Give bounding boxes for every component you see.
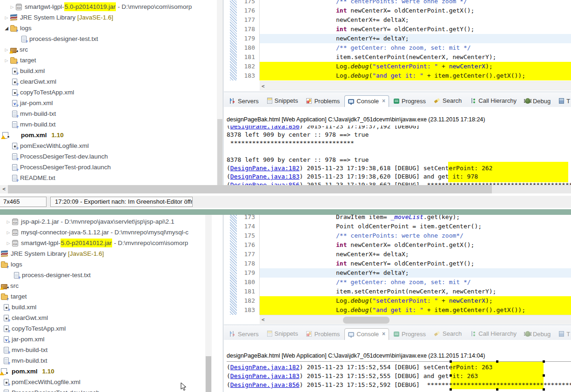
ant-icon — [4, 304, 9, 311]
selection-handle[interactable] — [543, 388, 545, 391]
selection-handle[interactable] — [450, 388, 452, 391]
tab-debug[interactable]: Debug — [521, 95, 554, 107]
collapse-arrow-icon[interactable]: ▷ — [5, 241, 12, 246]
tab-problems[interactable]: Problems — [302, 328, 343, 340]
scroll-left-arrow-icon[interactable]: < — [262, 82, 265, 91]
tree-item[interactable]: ▷smartgwt-lgpl-5.0-p20141012.jar - D:\mv… — [0, 238, 205, 248]
tab-t[interactable]: T — [555, 328, 571, 340]
tab-t[interactable]: T — [555, 95, 571, 107]
editor-horizontal-scrollbar[interactable]: < — [260, 315, 571, 324]
tab-progress[interactable]: Progress — [390, 328, 430, 340]
tree-item[interactable]: logs — [0, 259, 205, 270]
tree-item[interactable]: pom.xml1.10 — [0, 366, 205, 377]
scrollbar-thumb[interactable] — [206, 356, 211, 392]
selection-handle[interactable] — [496, 360, 498, 363]
tree-item[interactable]: ProcessDesigerTest-prod.launch — [0, 162, 215, 173]
tab-progress[interactable]: Progress — [390, 95, 430, 107]
tree-item[interactable]: copyToTestApp.xml — [0, 323, 205, 334]
editor-horizontal-scrollbar[interactable]: < — [260, 81, 571, 91]
tree-item[interactable]: mvn-build-txt — [0, 345, 205, 355]
tab-call-hierarchy[interactable]: Call Hierarchy — [466, 328, 520, 340]
collapse-arrow-icon[interactable]: ▷ — [5, 230, 12, 235]
tree-item[interactable]: ▷mysql-connector-java-5.1.12.jar - D:\mv… — [0, 227, 205, 238]
tree-item[interactable]: pomExecWithLogfile.xml — [0, 377, 205, 387]
selection-handle[interactable] — [450, 374, 452, 377]
text-segment: /** centerPoints: werte ohne zoom */ — [336, 0, 467, 5]
tree-item[interactable]: jar-pom.xml — [0, 334, 205, 345]
tree-item-label: pomExecWithLogfile.xml — [12, 379, 81, 385]
java-editor-top[interactable]: 175/** centerPoints: werte ohne zoom */1… — [224, 0, 571, 91]
tree-item[interactable]: ProcessDesigerTest-dev.launch — [0, 151, 215, 162]
tab-problems[interactable]: Problems — [302, 95, 343, 107]
explorer-vertical-scrollbar[interactable] — [217, 0, 223, 185]
pane-divider[interactable] — [223, 215, 223, 392]
console-link[interactable]: DesignPane.java:183 — [230, 173, 300, 180]
tree-item[interactable]: build.xml — [0, 66, 215, 76]
tab-servers[interactable]: Servers — [226, 328, 262, 340]
console-link[interactable]: DesignPane.java:856 — [230, 381, 300, 388]
tab-call-hierarchy[interactable]: Call Hierarchy — [466, 95, 520, 107]
code-text: item.setCenterPoint(newCenterX, newCente… — [259, 287, 571, 296]
tab-snippets[interactable]: Snippets — [263, 95, 302, 107]
selection-size-readout: 7x465 — [0, 197, 47, 207]
collapse-arrow-icon[interactable]: ▷ — [3, 15, 10, 20]
pane-divider[interactable] — [223, 0, 223, 185]
console-link[interactable]: DesignPane.java:183 — [230, 372, 300, 379]
java-editor-bottom[interactable]: 173DrawItem item= _moveList.get(key);174… — [224, 215, 571, 325]
selection-handle[interactable] — [496, 388, 498, 391]
tab-servers[interactable]: Servers — [226, 95, 262, 107]
text-segment: int — [336, 26, 347, 33]
tree-item-label: mvn-build-txt — [20, 110, 56, 117]
scroll-left-arrow-icon[interactable]: < — [262, 315, 265, 325]
console-link[interactable]: DesignPane.java:182 — [230, 364, 300, 371]
close-icon[interactable]: × — [382, 331, 385, 337]
explorer-vertical-scrollbar[interactable] — [205, 215, 212, 392]
tree-item[interactable]: mvn-build-txt — [0, 108, 215, 119]
tree-item[interactable]: src — [0, 280, 205, 291]
tree-item[interactable]: ▷jsp-api-2.1.jar - D:\mvnrepo\javax\serv… — [0, 216, 205, 227]
tab-console[interactable]: Console× — [344, 95, 389, 107]
tree-item[interactable]: pom.xml1.10 — [0, 130, 215, 140]
expand-arrow-icon[interactable]: ◢ — [3, 26, 10, 31]
code-text: Log.debug("setCenterPoint: " + newCenter… — [259, 296, 571, 306]
scrollbar-thumb[interactable] — [217, 119, 222, 185]
tree-item[interactable]: build.xml — [0, 302, 205, 312]
tree-item[interactable]: target — [0, 291, 205, 302]
tree-item[interactable]: ▷target — [0, 55, 215, 66]
tab-snippets[interactable]: Snippets — [263, 328, 302, 340]
greenshot-horizontal-scrollbar[interactable]: < — [0, 185, 571, 193]
tree-item[interactable]: ▷smartgwt-lgpl-5.0-p20141019.jar - D:\mv… — [0, 1, 215, 12]
console-link[interactable]: DesignPane.java:856 — [230, 181, 300, 185]
tree-item[interactable]: process-designer-test.txt — [0, 33, 215, 44]
tree-item[interactable]: clearGwt.xml — [0, 312, 205, 323]
tab-search[interactable]: Search — [430, 328, 465, 340]
console-link[interactable]: DesignPane.java:856 — [230, 126, 300, 131]
tree-item[interactable]: README.txt — [0, 173, 215, 183]
selection-handle[interactable] — [543, 360, 545, 363]
tree-item[interactable]: ▷JRE System Library [JavaSE-1.6] — [0, 12, 215, 23]
tab-debug[interactable]: Debug — [521, 328, 554, 340]
tree-item[interactable]: ◢logs — [0, 23, 215, 33]
scroll-left-arrow-icon[interactable]: < — [0, 185, 8, 193]
collapse-arrow-icon[interactable]: ▷ — [3, 58, 10, 63]
tab-search[interactable]: Search — [430, 95, 465, 107]
selection-handle[interactable] — [450, 360, 452, 363]
tree-item[interactable]: copyToTestApp.xml — [0, 87, 215, 98]
tree-item[interactable]: process-designer-test.txt — [0, 270, 205, 280]
tab-console[interactable]: Console× — [344, 328, 389, 340]
collapse-arrow-icon[interactable]: ▷ — [5, 219, 12, 224]
tree-item[interactable]: mvn-build.txt — [0, 119, 215, 130]
tree-item[interactable]: clearGwt.xml — [0, 76, 215, 87]
tree-item[interactable]: pomExecWithLogfile.xml — [0, 140, 215, 151]
tree-item[interactable]: JRE System Library [JavaSE-1.6] — [0, 248, 205, 259]
tree-item[interactable]: ▷src — [0, 44, 215, 55]
selection-handle[interactable] — [543, 374, 545, 377]
collapse-arrow-icon[interactable]: ▷ — [8, 5, 16, 9]
tree-item[interactable]: mvn-build.txt — [0, 355, 205, 366]
tree-item[interactable]: ProcessDesigerTest-dev.launch — [0, 387, 205, 392]
console-link[interactable]: DesignPane.java:182 — [230, 165, 300, 172]
scrollbar-thumb[interactable] — [343, 317, 390, 324]
tree-item[interactable]: jar-pom.xml — [0, 98, 215, 108]
close-icon[interactable]: × — [382, 98, 385, 104]
scrollbar-thumb[interactable] — [8, 185, 492, 193]
